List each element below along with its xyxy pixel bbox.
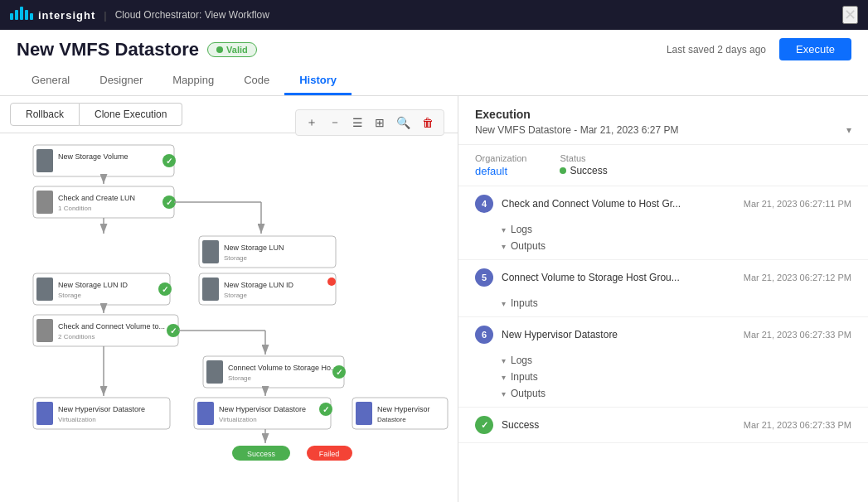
sub-label-0-1: Outputs	[511, 240, 546, 252]
exec-sub-0: ▾ Logs ▾ Outputs	[458, 221, 868, 259]
svg-text:✓: ✓	[322, 405, 329, 414]
header-top: New VMFS Datastore Valid Last saved 2 da…	[17, 38, 851, 60]
execution-meta: Organization default Status Success	[458, 145, 868, 186]
svg-rect-4	[30, 13, 33, 20]
svg-rect-64	[356, 402, 372, 425]
rollback-button[interactable]: Rollback	[10, 103, 80, 126]
tab-bar: GeneralDesignerMappingCodeHistory	[17, 67, 851, 95]
svg-text:Connect Volume to Storage Ho..: Connect Volume to Storage Ho...	[228, 364, 337, 372]
exec-sub-row-0-0[interactable]: ▾ Logs	[502, 221, 851, 238]
clone-execution-button[interactable]: Clone Execution	[80, 103, 182, 126]
exec-sub-row-1-0[interactable]: ▾ Inputs	[502, 295, 851, 311]
svg-text:New Hypervisor Datastore: New Hypervisor Datastore	[219, 405, 306, 413]
tab-mapping[interactable]: Mapping	[158, 67, 229, 95]
execution-label: Execution	[475, 108, 851, 121]
exec-item-2: 6 New Hypervisor Datastore Mar 21, 2023 …	[458, 317, 868, 408]
cisco-logo: intersight	[10, 7, 95, 23]
svg-text:Datastore: Datastore	[377, 416, 406, 423]
close-button[interactable]: ✕	[842, 6, 858, 24]
svg-rect-7	[36, 149, 53, 172]
workflow-panel: Rollback Clone Execution ＋ － ☰ ⊞ 🔍 🗑	[0, 96, 458, 502]
exec-sub-row-2-0[interactable]: ▾ Logs	[502, 352, 851, 369]
svg-text:New Storage Volume: New Storage Volume	[58, 152, 129, 161]
remove-icon-button[interactable]: －	[326, 113, 344, 132]
header-right: Last saved 2 days ago Execute	[667, 38, 851, 60]
exec-sub-row-0-1[interactable]: ▾ Outputs	[502, 238, 851, 254]
delete-icon-button[interactable]: 🗑	[419, 114, 437, 131]
execute-button[interactable]: Execute	[779, 38, 851, 60]
svg-rect-2	[20, 7, 23, 20]
exec-item-num-0: 4	[475, 195, 493, 213]
topbar: intersight | Cloud Orchestrator: View Wo…	[0, 0, 868, 30]
save-info: Last saved 2 days ago	[667, 44, 766, 56]
svg-rect-26	[36, 278, 53, 301]
exec-item-3: ✓ Success Mar 21, 2023 06:27:33 PM	[458, 408, 868, 443]
workflow-svg: New Storage Volume ✓ Check and Create LU…	[8, 141, 456, 502]
svg-text:✓: ✓	[336, 368, 342, 377]
svg-text:New Hypervisor: New Hypervisor	[377, 405, 430, 413]
tab-code[interactable]: Code	[229, 67, 284, 95]
svg-text:✓: ✓	[166, 157, 172, 166]
svg-text:Check and Create LUN: Check and Create LUN	[58, 194, 135, 202]
svg-text:Storage: Storage	[224, 254, 248, 262]
svg-point-35	[327, 278, 336, 286]
exec-item-1: 5 Connect Volume to Storage Host Grou...…	[458, 260, 868, 317]
exec-item-time-1: Mar 21, 2023 06:27:12 PM	[744, 273, 851, 282]
add-icon-button[interactable]: ＋	[303, 113, 321, 132]
main-content: Rollback Clone Execution ＋ － ☰ ⊞ 🔍 🗑	[0, 96, 868, 502]
exec-item-name-1: Connect Volume to Storage Host Grou...	[502, 272, 735, 283]
svg-text:1 Condition: 1 Condition	[58, 205, 91, 212]
exec-item-0: 4 Check and Connect Volume to Host Gr...…	[458, 186, 868, 260]
exec-sub-row-2-1[interactable]: ▾ Inputs	[502, 369, 851, 385]
svg-rect-54	[36, 402, 53, 425]
tab-designer[interactable]: Designer	[85, 67, 158, 95]
svg-rect-46	[206, 360, 223, 384]
execution-subtitle: New VMFS Datastore - Mar 21, 2023 6:27 P…	[475, 124, 851, 136]
valid-badge: Valid	[207, 42, 257, 57]
exec-item-header-3: ✓ Success Mar 21, 2023 06:27:33 PM	[458, 408, 868, 442]
execution-header: Execution New VMFS Datastore - Mar 21, 2…	[458, 96, 868, 145]
topbar-separator: |	[104, 9, 106, 22]
exec-item-time-2: Mar 21, 2023 06:27:33 PM	[744, 330, 851, 340]
exec-item-num-1: 5	[475, 268, 493, 287]
svg-text:✓: ✓	[166, 198, 172, 207]
svg-rect-22	[202, 240, 219, 263]
exec-item-time-3: Mar 21, 2023 06:27:33 PM	[744, 420, 851, 430]
sub-chevron-icon: ▾	[502, 373, 506, 382]
exec-item-header-2: 6 New Hypervisor Datastore Mar 21, 2023 …	[458, 317, 868, 352]
svg-text:✓: ✓	[162, 285, 168, 294]
svg-text:Virtualization: Virtualization	[219, 416, 257, 423]
exec-sub-1: ▾ Inputs	[458, 295, 868, 316]
app-name-intersight: intersight	[38, 9, 95, 22]
svg-text:Virtualization: Virtualization	[58, 416, 96, 423]
status-value: Success	[570, 165, 607, 176]
svg-rect-38	[36, 319, 53, 342]
svg-text:2 Conditions: 2 Conditions	[58, 333, 95, 340]
sub-label-2-1: Inputs	[511, 371, 538, 383]
execution-panel: Execution New VMFS Datastore - Mar 21, 2…	[458, 96, 868, 502]
org-value[interactable]: default	[475, 165, 507, 177]
svg-rect-21	[199, 236, 336, 268]
sub-label-2-0: Logs	[511, 355, 532, 366]
svg-rect-37	[33, 315, 178, 346]
search-icon-button[interactable]: 🔍	[393, 114, 414, 131]
table-icon-button[interactable]: ⊞	[371, 114, 388, 131]
status-success-badge: Success	[560, 165, 607, 176]
topbar-left: intersight | Cloud Orchestrator: View Wo…	[10, 7, 269, 23]
execution-items: 4 Check and Connect Volume to Host Gr...…	[458, 186, 868, 443]
sub-chevron-icon: ▾	[502, 356, 506, 365]
tab-general[interactable]: General	[17, 67, 85, 95]
execution-subtitle-text: New VMFS Datastore - Mar 21, 2023 6:27 P…	[475, 124, 678, 136]
list-icon-button[interactable]: ☰	[349, 114, 366, 131]
exec-item-name-0: Check and Connect Volume to Host Gr...	[502, 198, 735, 210]
svg-rect-57	[194, 398, 331, 429]
valid-label: Valid	[226, 45, 248, 55]
svg-text:New Hypervisor Datastore: New Hypervisor Datastore	[58, 405, 145, 413]
sub-label-1-0: Inputs	[511, 297, 538, 309]
page-header: New VMFS Datastore Valid Last saved 2 da…	[0, 30, 868, 96]
exec-sub-row-2-2[interactable]: ▾ Outputs	[502, 385, 851, 402]
exec-item-name-2: New Hypervisor Datastore	[502, 329, 735, 340]
svg-text:Storage: Storage	[224, 292, 248, 299]
tab-history[interactable]: History	[284, 67, 352, 95]
svg-text:New Storage LUN ID: New Storage LUN ID	[58, 281, 129, 289]
